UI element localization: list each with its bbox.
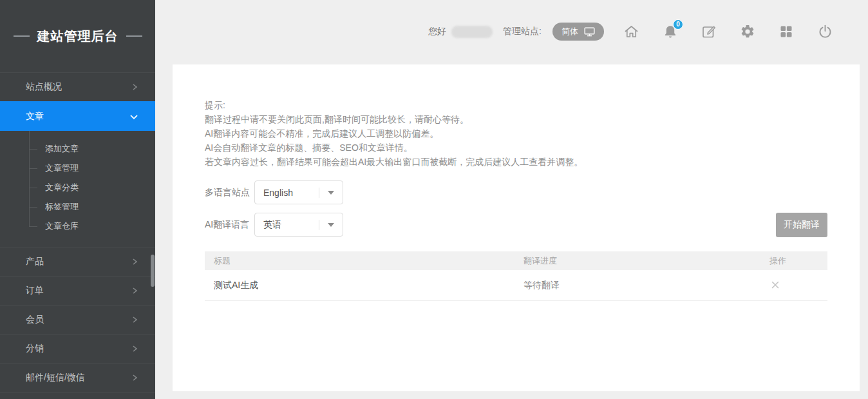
close-icon [771,280,780,289]
sidebar-item-products[interactable]: 产品 [0,247,155,276]
chevron-right-icon [131,374,138,382]
submenu-item-add-article[interactable]: 添加文章 [0,139,155,159]
row-progress: 等待翻译 [524,280,769,291]
tips-line: AI翻译内容可能会不精准，完成后建议人工调整以防偏差。 [205,126,583,141]
multilang-site-select[interactable]: English [254,180,343,204]
multilang-site-label: 多语言站点 [205,187,254,199]
submenu-item-label: 文章管理 [45,163,79,173]
monitor-icon [584,27,595,37]
notification-badge: 0 [673,19,683,30]
ai-language-row: AI翻译语言 英语 [205,213,343,237]
logout-button[interactable] [817,24,833,40]
main-panel: 提示: 翻译过程中请不要关闭此页面,翻译时间可能比较长，请耐心等待。 AI翻译内… [173,64,860,391]
chevron-right-icon [131,258,138,266]
chevron-down-icon [129,113,138,121]
ai-language-label: AI翻译语言 [205,219,254,231]
multilang-site-row: 多语言站点 English [205,180,343,204]
row-title: 测试AI生成 [205,280,524,291]
submenu-item-tag-manage[interactable]: 标签管理 [0,197,155,217]
sidebar-scrollbar-thumb[interactable] [151,255,155,287]
tips-line: AI会自动翻译文章的标题、摘要、SEO和文章详情。 [205,141,583,155]
manage-site-label: 管理站点: [503,26,542,37]
table-header-row: 标题 翻译进度 操作 [205,251,827,270]
chevron-right-icon [131,316,138,324]
greeting-text: 您好 [428,26,446,37]
sidebar-item-label: 订单 [26,285,44,297]
row-actions [769,279,827,292]
multilang-site-value: English [255,188,319,198]
top-bar-content: 您好 管理站点: 简体 0 [428,17,833,46]
app-title: 建站管理后台 [0,0,155,72]
edit-icon [701,24,717,39]
site-language-label: 简体 [561,26,578,37]
ai-language-value: 英语 [255,219,319,231]
notifications-button[interactable]: 0 [663,24,678,39]
grid-icon [778,24,794,39]
caret-down-icon [319,191,343,195]
gear-icon [740,24,755,39]
app-title-text: 建站管理后台 [37,28,118,45]
sidebar-item-label: 会员 [26,314,44,326]
tips-title: 提示: [205,98,583,112]
sidebar: 建站管理后台 站点概况 文章 添加文章 文章管理 文章分类 [0,0,155,399]
sidebar-item-site-overview[interactable]: 站点概况 [0,72,155,101]
edit-button[interactable] [701,24,717,39]
sidebar-item-articles[interactable]: 文章 [0,101,155,131]
site-language-pill[interactable]: 简体 [552,23,604,41]
sidebar-item-members[interactable]: 会员 [0,305,155,334]
settings-button[interactable] [740,24,755,39]
caret-down-icon [319,223,343,227]
articles-submenu: 添加文章 文章管理 文章分类 标签管理 文章仓库 [0,131,155,247]
sidebar-item-orders[interactable]: 订单 [0,276,155,305]
top-bar: 您好 管理站点: 简体 0 [155,0,868,64]
apps-button[interactable] [778,24,794,39]
ai-language-select[interactable]: 英语 [254,213,343,237]
submenu-item-article-category[interactable]: 文章分类 [0,178,155,197]
submenu-item-label: 文章仓库 [45,221,79,231]
submenu-item-label: 添加文章 [45,144,79,153]
chevron-right-icon [131,287,138,295]
table-header-actions: 操作 [769,255,827,267]
submenu-item-article-repo[interactable]: 文章仓库 [0,217,155,236]
tips-block: 提示: 翻译过程中请不要关闭此页面,翻译时间可能比较长，请耐心等待。 AI翻译内… [205,98,583,169]
sidebar-item-label: 站点概况 [26,81,62,93]
sidebar-item-label: 产品 [26,256,44,268]
power-icon [817,24,833,40]
submenu-item-label: 文章分类 [45,182,79,192]
tips-line: 若文章内容过长，翻译结果可能会超出AI最大输出窗口而被截断，完成后建议人工查看并… [205,155,583,169]
title-dash-left [14,35,30,37]
submenu-item-label: 标签管理 [45,202,79,211]
submenu-item-article-manage[interactable]: 文章管理 [0,159,155,178]
sidebar-item-distribution[interactable]: 分销 [0,334,155,363]
translate-table: 标题 翻译进度 操作 测试AI生成 等待翻译 [205,251,827,301]
chevron-right-icon [131,345,138,353]
sidebar-item-label: 邮件/短信/微信 [26,372,85,384]
chevron-right-icon [131,83,138,91]
remove-row-button[interactable] [769,279,781,291]
start-translate-button[interactable]: 开始翻译 [776,213,827,237]
username-redacted [451,26,493,38]
title-dash-right [126,35,142,37]
home-icon [623,24,639,39]
table-header-title: 标题 [205,255,524,267]
sidebar-item-label: 文章 [26,111,44,122]
sidebar-item-label: 分销 [26,343,44,355]
tips-line: 翻译过程中请不要关闭此页面,翻译时间可能比较长，请耐心等待。 [205,112,583,126]
sidebar-menu: 站点概况 文章 添加文章 文章管理 文章分类 标签管理 [0,72,155,393]
table-row: 测试AI生成 等待翻译 [205,270,827,301]
sidebar-item-mail-sms-wechat[interactable]: 邮件/短信/微信 [0,363,155,392]
table-header-progress: 翻译进度 [524,255,769,267]
home-button[interactable] [623,24,639,39]
